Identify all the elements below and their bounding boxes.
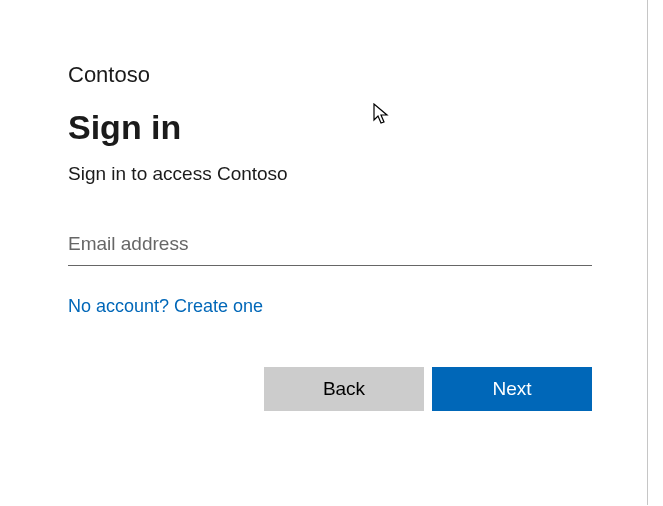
- page-subtitle: Sign in to access Contoso: [68, 163, 525, 185]
- next-button[interactable]: Next: [432, 367, 592, 411]
- button-row: Back Next: [68, 367, 592, 411]
- page-title: Sign in: [68, 108, 525, 147]
- brand-name: Contoso: [68, 62, 525, 88]
- back-button[interactable]: Back: [264, 367, 424, 411]
- email-field[interactable]: [68, 229, 592, 266]
- create-account-link[interactable]: No account? Create one: [68, 296, 263, 317]
- signin-panel: Contoso Sign in Sign in to access Contos…: [0, 0, 593, 411]
- right-divider: [647, 0, 648, 505]
